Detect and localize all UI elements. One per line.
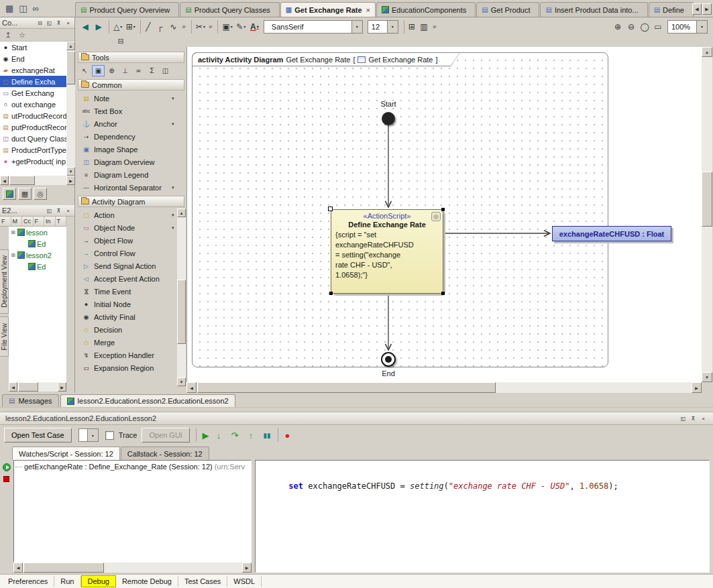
side-tab[interactable]: Deployment View bbox=[0, 249, 9, 314]
action-node[interactable]: ◎ «ActionScript» Define Exchange Rate {s… bbox=[331, 209, 443, 294]
palette-item[interactable]: ● Initial Node bbox=[76, 298, 186, 310]
initial-node[interactable] bbox=[382, 112, 395, 125]
selection-handle[interactable] bbox=[329, 292, 333, 295]
tree-item[interactable]: ▤ ProductPortType bbox=[0, 144, 66, 156]
column-header-cell[interactable]: F bbox=[0, 217, 11, 226]
diagram-windows-icon[interactable]: ◫ bbox=[19, 4, 27, 13]
float-icon[interactable]: ◱ bbox=[45, 19, 54, 27]
tree-item[interactable]: ◫ duct Query Class bbox=[0, 133, 66, 144]
canvas-hscrollbar[interactable]: ◀ ▶ bbox=[186, 382, 702, 393]
palette-item[interactable]: ≡ Diagram Legend bbox=[76, 168, 186, 181]
terminate-icon[interactable]: ● bbox=[278, 428, 291, 442]
palette-item[interactable]: ◉ Activity Final bbox=[76, 310, 186, 323]
diagram-tab[interactable]: ▤ Get Product bbox=[476, 2, 539, 17]
chevron-down-icon[interactable]: ▾ bbox=[172, 96, 177, 101]
column-header-cell[interactable]: T bbox=[56, 217, 67, 226]
scroll-down-icon[interactable]: ▼ bbox=[66, 167, 75, 176]
more-format-icon[interactable]: » bbox=[431, 20, 439, 34]
grid-snap-dropdown[interactable]: ⊞▾ bbox=[124, 20, 137, 34]
distribute-tool-icon[interactable]: ≍ bbox=[132, 65, 145, 76]
palette-item[interactable]: ◫ Diagram Overview bbox=[76, 156, 186, 168]
float-icon[interactable]: ◱ bbox=[679, 414, 688, 423]
e2e-view-icon[interactable] bbox=[3, 188, 16, 200]
script-pane[interactable]: set exchangeRateCHFUSD = setting("exchan… bbox=[255, 460, 710, 573]
chevron-down-icon[interactable]: ▾ bbox=[172, 185, 177, 190]
close-icon[interactable]: × bbox=[64, 207, 72, 215]
image-dropdown[interactable]: ▣▾ bbox=[217, 20, 233, 34]
scroll-thumb[interactable] bbox=[177, 280, 186, 344]
pin-icon[interactable]: ⊼ bbox=[54, 207, 63, 215]
selection-handle[interactable] bbox=[441, 292, 445, 295]
column-header-cell[interactable]: In bbox=[44, 217, 56, 226]
float-icon[interactable]: ◱ bbox=[45, 207, 54, 215]
aggregate-tool-icon[interactable]: Σ bbox=[146, 65, 158, 76]
zoom-fit-icon[interactable]: ▭ bbox=[652, 20, 665, 34]
mode-tab[interactable]: Preferences bbox=[2, 576, 54, 587]
search-windows-icon[interactable]: ∞ bbox=[33, 4, 39, 13]
scroll-left-icon[interactable]: ◀ bbox=[13, 563, 23, 573]
close-icon[interactable]: × bbox=[699, 414, 708, 423]
oblique-path-icon[interactable]: ╱ bbox=[140, 20, 153, 34]
select-tool-icon[interactable]: ↖ bbox=[78, 65, 91, 76]
scroll-down-icon[interactable]: ▼ bbox=[702, 372, 712, 382]
chevron-down-icon[interactable]: ▾ bbox=[351, 21, 362, 33]
scroll-thumb[interactable] bbox=[23, 563, 104, 573]
dock-tab[interactable]: lesson2.EducationLesson2.EducationLesson… bbox=[60, 394, 235, 407]
palette-item[interactable]: ▭ Object Node ▾ bbox=[76, 221, 186, 234]
tree-item[interactable]: ▭ Get Exchang bbox=[0, 87, 66, 99]
tools-section-header[interactable]: Tools bbox=[78, 52, 184, 63]
tree-item[interactable]: ○ out exchange bbox=[0, 99, 66, 110]
mode-tab[interactable]: Run bbox=[54, 576, 80, 587]
tree-item[interactable]: ▤ utProductRecord bbox=[0, 110, 66, 121]
rectilinear-path-icon[interactable]: ┌ bbox=[154, 20, 166, 34]
project-windows-icon[interactable]: ▦ bbox=[5, 4, 13, 13]
diagram-tab[interactable]: EducationComponents bbox=[376, 2, 476, 17]
palette-item[interactable]: ◇ Merge bbox=[76, 336, 186, 349]
common-section-header[interactable]: Common bbox=[78, 79, 184, 91]
zoom-in-icon[interactable]: ⊕ bbox=[612, 20, 624, 34]
copy-format-icon[interactable]: ▥ bbox=[418, 20, 431, 34]
scroll-right-icon[interactable]: ▶ bbox=[58, 382, 66, 392]
collapse-all-icon[interactable]: ↥ bbox=[2, 30, 14, 40]
activity-final-node[interactable] bbox=[381, 352, 396, 367]
palette-item[interactable]: → Object Flow bbox=[76, 234, 186, 247]
watches-hscrollbar[interactable]: ◀ ▶ bbox=[13, 563, 252, 573]
structure-view-icon[interactable]: ▦ bbox=[18, 188, 32, 200]
step-over-icon[interactable]: ↷ bbox=[228, 428, 241, 442]
zoom-combo[interactable]: 100% ▾ bbox=[667, 20, 708, 34]
pause-icon[interactable]: ▮▮ bbox=[260, 428, 274, 442]
tree-item[interactable]: ▢ Define Excha bbox=[0, 76, 66, 87]
align-tool-icon[interactable]: ⊥ bbox=[119, 65, 131, 76]
open-gui-button[interactable]: Open GUI bbox=[142, 428, 190, 443]
zoom-out-icon[interactable]: ⊖ bbox=[625, 20, 638, 34]
shape-style-dropdown[interactable]: △▾ bbox=[109, 20, 123, 34]
font-size-combo[interactable]: 12 ▾ bbox=[368, 20, 398, 34]
breakpoint-icon[interactable] bbox=[3, 476, 9, 482]
chevron-down-icon[interactable]: ▾ bbox=[696, 21, 707, 33]
column-header-cell[interactable]: F bbox=[34, 217, 45, 226]
diagram-tab[interactable]: ▤ Product Query Overview bbox=[75, 2, 179, 17]
step-out-icon[interactable]: ↑ bbox=[244, 428, 258, 442]
font-family-combo[interactable]: SansSerif ▾ bbox=[264, 20, 363, 34]
watches-pane[interactable]: getExchangeRate : Define_Exchange_Rate (… bbox=[13, 460, 252, 563]
tab-scroll-left-icon[interactable]: ◀ bbox=[692, 3, 702, 15]
tree-item[interactable]: ▰ exchangeRat bbox=[0, 64, 66, 76]
activity-section-header[interactable]: Activity Diagram bbox=[78, 196, 184, 207]
scroll-left-icon[interactable]: ◀ bbox=[9, 382, 17, 392]
nav-back-icon[interactable]: ◀ bbox=[79, 20, 92, 34]
tree-vscrollbar[interactable]: ▲ ▼ bbox=[66, 42, 75, 176]
scroll-up-icon[interactable]: ▲ bbox=[66, 42, 75, 50]
e2e-tree-item[interactable]: Ed bbox=[9, 238, 66, 249]
scroll-up-icon[interactable]: ▲ bbox=[702, 47, 712, 57]
scroll-left-icon[interactable]: ◀ bbox=[186, 382, 197, 393]
palette-item[interactable]: abc Text Box bbox=[76, 105, 186, 117]
tree-hscrollbar[interactable]: ◀ ▶ bbox=[0, 176, 75, 185]
palette-item[interactable]: ▭ Expansion Region bbox=[76, 361, 186, 374]
palette-item[interactable]: ▣ Image Shape bbox=[76, 143, 186, 156]
mode-tab[interactable]: Remote Debug bbox=[116, 576, 178, 587]
tree-item[interactable]: ● +getProduct( inp bbox=[0, 156, 66, 167]
diagram-tab[interactable]: ▤ Product Query Classes bbox=[180, 2, 280, 17]
debug-session-tab[interactable]: Watches/Script - Session: 12 bbox=[12, 447, 120, 460]
scroll-right-icon[interactable]: ▶ bbox=[66, 176, 75, 185]
pin-icon[interactable]: ⊼ bbox=[689, 414, 698, 423]
